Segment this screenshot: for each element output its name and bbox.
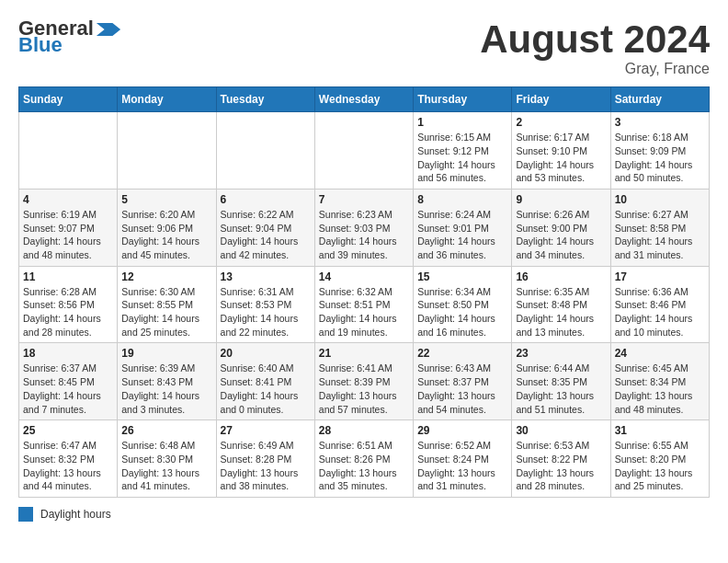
day-info: Sunrise: 6:19 AMSunset: 9:07 PMDaylight:… [23, 208, 113, 262]
day-number: 29 [417, 424, 507, 437]
day-info: Sunrise: 6:27 AMSunset: 8:58 PMDaylight:… [615, 208, 705, 262]
day-info: Sunrise: 6:41 AMSunset: 8:39 PMDaylight:… [319, 362, 409, 416]
calendar-cell: 19Sunrise: 6:39 AMSunset: 8:43 PMDayligh… [118, 343, 216, 420]
day-number: 21 [319, 347, 409, 360]
calendar-cell: 25Sunrise: 6:47 AMSunset: 8:32 PMDayligh… [19, 420, 118, 498]
day-number: 28 [319, 424, 409, 437]
day-number: 23 [516, 347, 606, 360]
svg-marker-0 [97, 23, 120, 36]
calendar-day-header: Saturday [610, 87, 709, 112]
day-number: 9 [516, 193, 606, 206]
calendar-cell: 18Sunrise: 6:37 AMSunset: 8:45 PMDayligh… [19, 343, 118, 420]
calendar-cell: 11Sunrise: 6:28 AMSunset: 8:56 PMDayligh… [19, 266, 118, 343]
calendar-week-row: 4Sunrise: 6:19 AMSunset: 9:07 PMDaylight… [19, 189, 710, 266]
legend-color-box [18, 507, 33, 522]
day-info: Sunrise: 6:48 AMSunset: 8:30 PMDaylight:… [121, 439, 211, 493]
calendar-cell: 2Sunrise: 6:17 AMSunset: 9:10 PMDaylight… [512, 112, 610, 190]
day-info: Sunrise: 6:55 AMSunset: 8:20 PMDaylight:… [615, 439, 705, 493]
calendar-day-header: Thursday [414, 87, 512, 112]
logo-blue: Blue [18, 35, 63, 55]
day-number: 14 [319, 270, 409, 283]
day-info: Sunrise: 6:37 AMSunset: 8:45 PMDaylight:… [23, 362, 113, 416]
day-number: 24 [615, 347, 705, 360]
calendar-day-header: Friday [512, 87, 610, 112]
legend: Daylight hours [18, 507, 710, 522]
day-number: 1 [417, 116, 507, 129]
day-number: 17 [615, 270, 705, 283]
calendar-cell: 17Sunrise: 6:36 AMSunset: 8:46 PMDayligh… [610, 266, 709, 343]
calendar-cell: 9Sunrise: 6:26 AMSunset: 9:00 PMDaylight… [512, 189, 610, 266]
calendar-cell: 14Sunrise: 6:32 AMSunset: 8:51 PMDayligh… [314, 266, 413, 343]
calendar-cell: 15Sunrise: 6:34 AMSunset: 8:50 PMDayligh… [414, 266, 512, 343]
calendar-day-header: Sunday [19, 87, 118, 112]
day-info: Sunrise: 6:44 AMSunset: 8:35 PMDaylight:… [516, 362, 606, 416]
calendar-cell: 12Sunrise: 6:30 AMSunset: 8:55 PMDayligh… [118, 266, 216, 343]
calendar-cell: 23Sunrise: 6:44 AMSunset: 8:35 PMDayligh… [512, 343, 610, 420]
calendar-day-header: Monday [118, 87, 216, 112]
day-number: 3 [615, 116, 705, 129]
day-info: Sunrise: 6:47 AMSunset: 8:32 PMDaylight:… [23, 439, 113, 493]
day-number: 27 [221, 424, 311, 437]
calendar-cell: 31Sunrise: 6:55 AMSunset: 8:20 PMDayligh… [610, 420, 709, 498]
day-number: 13 [221, 270, 311, 283]
calendar-week-row: 1Sunrise: 6:15 AMSunset: 9:12 PMDaylight… [19, 112, 710, 190]
calendar-cell: 20Sunrise: 6:40 AMSunset: 8:41 PMDayligh… [216, 343, 314, 420]
day-info: Sunrise: 6:22 AMSunset: 9:04 PMDaylight:… [221, 208, 311, 262]
calendar-cell [314, 112, 413, 190]
day-info: Sunrise: 6:43 AMSunset: 8:37 PMDaylight:… [417, 362, 507, 416]
calendar-week-row: 11Sunrise: 6:28 AMSunset: 8:56 PMDayligh… [19, 266, 710, 343]
day-info: Sunrise: 6:39 AMSunset: 8:43 PMDaylight:… [121, 362, 211, 416]
day-info: Sunrise: 6:32 AMSunset: 8:51 PMDaylight:… [319, 285, 409, 339]
calendar-cell: 16Sunrise: 6:35 AMSunset: 8:48 PMDayligh… [512, 266, 610, 343]
day-number: 31 [615, 424, 705, 437]
legend-label: Daylight hours [40, 508, 111, 521]
day-number: 7 [319, 193, 409, 206]
calendar-header-row: SundayMondayTuesdayWednesdayThursdayFrid… [19, 87, 710, 112]
day-info: Sunrise: 6:30 AMSunset: 8:55 PMDaylight:… [121, 285, 211, 339]
day-number: 11 [23, 270, 113, 283]
title-block: August 2024 Gray, France [480, 18, 710, 77]
logo: General Blue [18, 18, 121, 55]
day-number: 4 [23, 193, 113, 206]
day-info: Sunrise: 6:18 AMSunset: 9:09 PMDaylight:… [615, 131, 705, 185]
day-info: Sunrise: 6:17 AMSunset: 9:10 PMDaylight:… [516, 131, 606, 185]
day-info: Sunrise: 6:34 AMSunset: 8:50 PMDaylight:… [417, 285, 507, 339]
day-info: Sunrise: 6:49 AMSunset: 8:28 PMDaylight:… [221, 439, 311, 493]
calendar-cell: 28Sunrise: 6:51 AMSunset: 8:26 PMDayligh… [314, 420, 413, 498]
day-number: 20 [221, 347, 311, 360]
calendar-cell: 10Sunrise: 6:27 AMSunset: 8:58 PMDayligh… [610, 189, 709, 266]
calendar-table: SundayMondayTuesdayWednesdayThursdayFrid… [18, 86, 710, 498]
calendar-cell: 8Sunrise: 6:24 AMSunset: 9:01 PMDaylight… [414, 189, 512, 266]
logo-icon [96, 23, 121, 36]
day-info: Sunrise: 6:15 AMSunset: 9:12 PMDaylight:… [417, 131, 507, 185]
calendar-week-row: 18Sunrise: 6:37 AMSunset: 8:45 PMDayligh… [19, 343, 710, 420]
day-info: Sunrise: 6:35 AMSunset: 8:48 PMDaylight:… [516, 285, 606, 339]
day-number: 16 [516, 270, 606, 283]
calendar-cell: 26Sunrise: 6:48 AMSunset: 8:30 PMDayligh… [118, 420, 216, 498]
day-number: 5 [121, 193, 211, 206]
day-info: Sunrise: 6:52 AMSunset: 8:24 PMDaylight:… [417, 439, 507, 493]
day-number: 6 [221, 193, 311, 206]
calendar-cell: 13Sunrise: 6:31 AMSunset: 8:53 PMDayligh… [216, 266, 314, 343]
day-number: 19 [121, 347, 211, 360]
location-text: Gray, France [480, 61, 710, 77]
day-info: Sunrise: 6:23 AMSunset: 9:03 PMDaylight:… [319, 208, 409, 262]
day-info: Sunrise: 6:40 AMSunset: 8:41 PMDaylight:… [221, 362, 311, 416]
day-number: 15 [417, 270, 507, 283]
calendar-cell [216, 112, 314, 190]
calendar-cell: 29Sunrise: 6:52 AMSunset: 8:24 PMDayligh… [414, 420, 512, 498]
day-info: Sunrise: 6:45 AMSunset: 8:34 PMDaylight:… [615, 362, 705, 416]
day-number: 26 [121, 424, 211, 437]
day-number: 25 [23, 424, 113, 437]
calendar-cell: 3Sunrise: 6:18 AMSunset: 9:09 PMDaylight… [610, 112, 709, 190]
calendar-cell [19, 112, 118, 190]
day-number: 8 [417, 193, 507, 206]
calendar-day-header: Tuesday [216, 87, 314, 112]
day-info: Sunrise: 6:53 AMSunset: 8:22 PMDaylight:… [516, 439, 606, 493]
day-info: Sunrise: 6:31 AMSunset: 8:53 PMDaylight:… [221, 285, 311, 339]
day-number: 22 [417, 347, 507, 360]
calendar-cell: 7Sunrise: 6:23 AMSunset: 9:03 PMDaylight… [314, 189, 413, 266]
calendar-day-header: Wednesday [314, 87, 413, 112]
calendar-cell: 21Sunrise: 6:41 AMSunset: 8:39 PMDayligh… [314, 343, 413, 420]
day-info: Sunrise: 6:24 AMSunset: 9:01 PMDaylight:… [417, 208, 507, 262]
